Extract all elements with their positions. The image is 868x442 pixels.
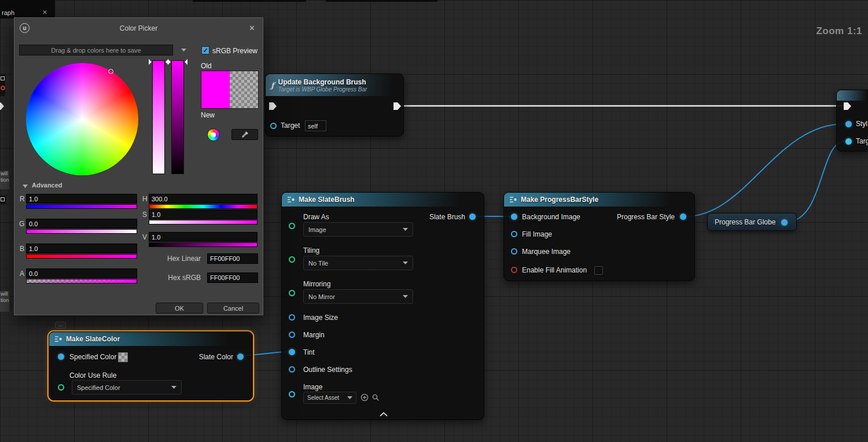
b-channel-input[interactable] (26, 244, 137, 253)
node-update-background-brush[interactable]: ƒ Update Background Brush Target is WBP … (265, 73, 404, 137)
collapse-node-chevron-icon[interactable] (380, 412, 388, 417)
eyedropper-button[interactable] (231, 129, 258, 140)
old-new-swatch[interactable] (201, 71, 259, 109)
image-label: Image (303, 383, 322, 391)
color-swatch-button[interactable] (118, 352, 128, 362)
margin-label: Margin (303, 331, 325, 339)
g-channel-input[interactable] (26, 219, 137, 229)
theme-drop-combo[interactable]: Drag & drop colors here to save (19, 45, 173, 56)
slate-brush-out-pin[interactable] (469, 213, 476, 220)
node-header[interactable]: Make ProgressBarStyle (504, 193, 694, 207)
mirroring-dropdown[interactable]: No Mirror (303, 289, 413, 304)
saturation-bar[interactable] (152, 60, 165, 174)
mirroring-pin[interactable] (289, 290, 295, 296)
image-size-pin[interactable] (289, 314, 295, 321)
node-header[interactable]: Make SlateBrush (282, 193, 484, 207)
v-channel-slider[interactable] (149, 242, 258, 247)
tiling-pin[interactable] (289, 256, 295, 263)
graph-tab[interactable]: raph ✕ (0, 0, 55, 19)
clipped-node-fragment (0, 74, 5, 96)
comment-text: will (1, 291, 9, 297)
saturation-marker[interactable] (149, 59, 155, 65)
mirroring-label: Mirroring (303, 280, 330, 288)
node-header[interactable]: ƒ Update Background Brush Target is WBP … (266, 74, 403, 96)
select-asset-dropdown[interactable]: Select Asset (303, 392, 356, 404)
function-icon: ƒ (271, 82, 274, 89)
advanced-label[interactable]: Advanced (32, 182, 62, 189)
s-channel-slider[interactable] (149, 220, 258, 224)
h-channel-slider[interactable] (149, 204, 258, 209)
use-selected-asset-icon[interactable] (361, 393, 369, 402)
comment-bubble-toggle[interactable]: ... (55, 322, 66, 329)
hex-linear-input[interactable] (207, 253, 258, 264)
exec-in-pin[interactable] (269, 102, 277, 110)
ok-button[interactable]: OK (156, 303, 203, 314)
srgb-preview-checkbox[interactable]: ✓ (201, 46, 209, 54)
node-progress-bar-globe[interactable]: Progress Bar Globe (707, 213, 797, 231)
fill-image-pin[interactable] (511, 231, 517, 237)
clipped-exec-pin[interactable] (0, 102, 4, 110)
value-marker[interactable] (168, 59, 174, 65)
marquee-image-pin[interactable] (511, 248, 517, 255)
progress-bar-style-out-label: Progress Bar Style (617, 213, 675, 221)
image-pin[interactable] (289, 391, 295, 397)
slate-color-out-pin[interactable] (237, 353, 244, 360)
color-wheel-cursor[interactable] (108, 69, 113, 74)
hex-linear-label: Hex Linear (149, 255, 201, 263)
color-use-rule-label: Color Use Rule (69, 371, 116, 380)
a-channel-slider[interactable] (26, 279, 137, 283)
s-channel-input[interactable] (149, 209, 258, 219)
r-channel-input[interactable] (26, 194, 137, 204)
background-image-pin[interactable] (511, 213, 517, 220)
style-pin[interactable] (845, 121, 852, 127)
node-header[interactable] (837, 90, 868, 101)
blueprint-graph-canvas[interactable]: raph ✕ Zoom 1:1 will tion will tion ƒ Up… (0, 0, 868, 442)
close-icon[interactable]: ✕ (249, 24, 255, 32)
draw-as-dropdown[interactable]: Image (303, 222, 413, 237)
color-themes-button[interactable] (207, 128, 220, 141)
node-header[interactable]: Make SlateColor (49, 332, 252, 346)
tiling-dropdown[interactable]: No Tile (303, 256, 413, 270)
chevron-down-icon[interactable] (181, 49, 186, 51)
color-use-rule-pin[interactable] (58, 384, 64, 391)
node-clipped-right[interactable]: Styl Targ (836, 90, 868, 152)
enable-fill-animation-label: Enable Fill Animation (522, 266, 587, 274)
specified-color-pin[interactable] (58, 353, 64, 360)
h-channel-input[interactable] (149, 194, 258, 204)
target-pin[interactable] (845, 138, 852, 145)
enable-fill-animation-checkbox[interactable] (594, 266, 603, 275)
r-channel-slider[interactable] (26, 204, 137, 209)
color-use-rule-dropdown[interactable]: Specified Color (72, 380, 182, 395)
color-picker-dialog[interactable]: u Color Picker ✕ Drag & drop colors here… (14, 17, 263, 315)
draw-as-pin[interactable] (289, 223, 295, 229)
margin-pin[interactable] (289, 332, 295, 338)
advanced-collapse-icon[interactable] (23, 185, 28, 188)
value-marker[interactable] (182, 59, 187, 65)
value-bar[interactable] (171, 60, 184, 174)
srgb-preview-label: sRGB Preview (212, 47, 258, 55)
color-wheel[interactable] (26, 63, 138, 175)
target-self-field[interactable]: self (305, 120, 326, 131)
hex-srgb-input[interactable] (207, 272, 258, 283)
cancel-button[interactable]: Cancel (207, 303, 259, 314)
exec-out-pin[interactable] (393, 102, 401, 110)
a-channel-input[interactable] (26, 268, 137, 278)
comment-text: will (1, 171, 9, 177)
tint-pin[interactable] (289, 349, 295, 355)
exec-in-pin[interactable] (844, 102, 851, 110)
browse-asset-icon[interactable] (372, 393, 380, 402)
enable-fill-animation-pin[interactable] (511, 267, 517, 273)
node-make-slatecolor[interactable]: Make SlateColor Specified Color Slate Co… (49, 332, 253, 400)
v-channel-input[interactable] (149, 232, 258, 242)
node-make-progressbarstyle[interactable]: Make ProgressBarStyle Background Image P… (503, 192, 695, 281)
dropdown-value: Image (308, 226, 326, 233)
tab-close-icon[interactable]: ✕ (42, 9, 47, 16)
g-channel-slider[interactable] (26, 229, 137, 234)
node-make-slatebrush[interactable]: Make SlateBrush Draw As Slate Brush Imag… (281, 192, 484, 420)
outline-settings-pin[interactable] (289, 366, 295, 373)
progress-bar-globe-out-pin[interactable] (781, 219, 788, 226)
b-channel-slider[interactable] (26, 254, 137, 259)
color-alpha-half (230, 71, 258, 108)
progress-bar-style-out-pin[interactable] (680, 213, 686, 220)
target-pin[interactable] (270, 123, 277, 129)
